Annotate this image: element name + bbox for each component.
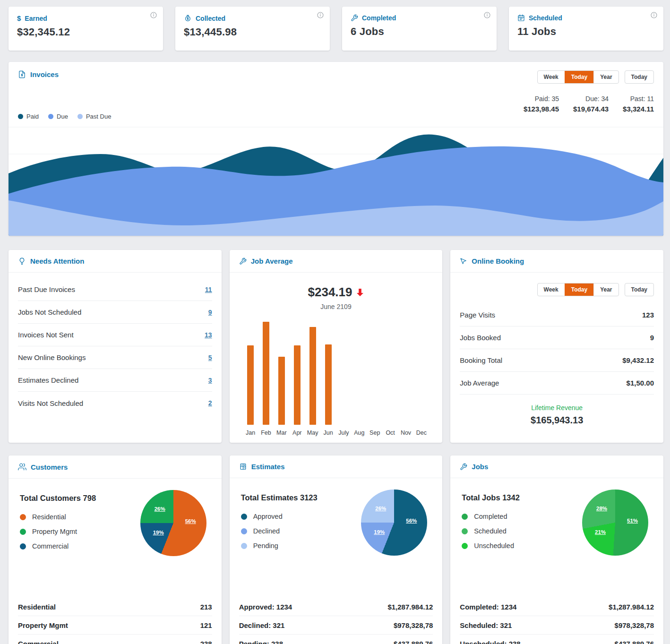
jobs-total: Total Jobs 1342: [462, 493, 582, 502]
online-booking-card: Online Booking Week Today Year Today Pag…: [450, 250, 663, 443]
declined-dot: [241, 528, 247, 534]
jobs-pie-chart: 51% 21% 28%: [582, 489, 648, 556]
calculator-icon: [239, 463, 247, 471]
invoice-icon: [18, 70, 26, 78]
today-button[interactable]: Today: [625, 283, 654, 296]
approved-dot: [241, 514, 247, 520]
table-row: Unscheduled: 238 $437,889.76: [460, 635, 654, 644]
bar-slot-oct: Oct: [383, 322, 398, 436]
estimates-total: Total Estimates 3123: [241, 493, 361, 502]
trend-down-icon: [356, 288, 364, 297]
list-item: New Online Bookings 5: [18, 346, 212, 369]
scheduled-dot: [462, 528, 468, 534]
bar-month-label: Oct: [383, 429, 398, 436]
wrench-icon: [460, 463, 467, 471]
today-button[interactable]: Today: [625, 70, 654, 84]
info-icon[interactable]: [150, 11, 157, 19]
count-link[interactable]: 2: [208, 399, 212, 407]
info-icon[interactable]: [650, 11, 658, 19]
dollar-icon: $: [17, 14, 21, 22]
pie-label: 56%: [185, 518, 196, 524]
booking-row: Job Average $1,50.00: [460, 372, 654, 395]
stat-label: Completed: [362, 14, 396, 22]
bar: [263, 322, 269, 425]
toggle-week[interactable]: Week: [538, 283, 565, 296]
list-item: Invoices Not Sent 13: [18, 324, 212, 346]
commercial-dot: [20, 543, 26, 550]
table-row: Scheduled: 321 $978,328,78: [460, 616, 654, 635]
bar-month-label: Nov: [398, 429, 414, 436]
bar: [247, 345, 254, 425]
count-link[interactable]: 11: [205, 286, 212, 293]
cursor-icon: [460, 258, 467, 265]
bar-month-label: Jun: [320, 429, 336, 436]
stat-value: $32,345.12: [17, 26, 155, 38]
legend-pending: Pending: [241, 542, 361, 550]
count-link[interactable]: 9: [208, 309, 212, 316]
customers-table: Residential 213 Property Mgmt 121 Commer…: [18, 585, 212, 644]
table-row: Property Mgmt 121: [18, 616, 212, 635]
toggle-year[interactable]: Year: [593, 71, 618, 83]
job-average-card: Job Average $234.19 June 2109 JanFebMarA…: [230, 250, 443, 443]
table-row: Pending: 238 $437,889.76: [239, 635, 433, 644]
table-row: Declined: 321 $978,328,78: [239, 616, 433, 635]
needs-attention-card: Needs Attention Past Due Invoices 11 Job…: [9, 250, 222, 443]
pie-label: 19%: [153, 530, 164, 535]
legend-completed: Completed: [462, 513, 582, 520]
bar-month-label: May: [305, 429, 320, 436]
estimates-pie-chart: 56% 19% 26%: [361, 489, 427, 556]
stat-value: 11 Jobs: [517, 26, 655, 38]
bar-month-label: July: [336, 429, 352, 436]
bar-slot-aug: Aug: [352, 322, 367, 436]
legend-declined: Declined: [241, 527, 361, 535]
pie-label: 21%: [595, 529, 606, 535]
online-booking-range-toggles: Week Today Year Today: [460, 283, 654, 296]
list-item: Visits Not Scheduled 2: [18, 392, 212, 414]
count-link[interactable]: 5: [208, 354, 212, 361]
stat-label: Scheduled: [529, 14, 562, 22]
invoices-title: Invoices: [30, 70, 59, 78]
job-average-amount: $234.19: [308, 285, 352, 300]
stat-value: 6 Jobs: [351, 26, 488, 38]
invoices-summary: Paid: 35 $123,98.45 Due: 34 $19,674.43 P…: [524, 95, 654, 113]
toggle-today[interactable]: Today: [565, 71, 593, 83]
legend-due: Due: [48, 113, 68, 120]
list-item: Estimates Declined 3: [18, 369, 212, 392]
jobs-table: Completed: 1234 $1,287.984.12 Scheduled:…: [460, 585, 654, 644]
pie-label: 19%: [374, 529, 385, 535]
pie: [582, 489, 648, 556]
paid-dot: [18, 114, 23, 119]
bar-month-label: Jan: [243, 429, 258, 436]
list-item: Past Due Invoices 11: [18, 278, 212, 301]
estimates-table: Approved: 1234 $1,287.984.12 Declined: 3…: [239, 585, 433, 644]
pie-label: 56%: [406, 518, 417, 524]
toggle-year[interactable]: Year: [593, 283, 618, 296]
bar-month-label: Apr: [289, 429, 305, 436]
bar-slot-sep: Sep: [367, 322, 383, 436]
info-icon[interactable]: [483, 11, 491, 19]
legend-commercial: Commercial: [20, 542, 140, 550]
online-booking-title: Online Booking: [472, 257, 524, 265]
invoices-past-stat: Past: 11 $3,324.11: [623, 95, 654, 113]
table-row: Completed: 1234 $1,287.984.12: [460, 598, 654, 616]
bar: [325, 344, 332, 425]
moneybag-icon: [184, 14, 192, 22]
toggle-today[interactable]: Today: [565, 283, 593, 296]
legend-scheduled: Scheduled: [462, 527, 582, 535]
property-mgmt-dot: [20, 529, 26, 535]
invoices-due-stat: Due: 34 $19,674.43: [573, 95, 609, 113]
bar: [278, 357, 285, 425]
bar: [294, 345, 301, 425]
bar-slot-apr: Apr: [289, 322, 305, 436]
invoices-paid-stat: Paid: 35 $123,98.45: [524, 95, 559, 113]
toggle-week[interactable]: Week: [538, 71, 565, 83]
dashboard-page: $ Earned $32,345.12 Collected $13,445.98: [0, 0, 670, 644]
bar-month-label: Sep: [367, 429, 383, 436]
count-link[interactable]: 3: [208, 377, 212, 384]
invoices-area-chart: [9, 125, 663, 236]
due-dot: [48, 114, 53, 119]
count-link[interactable]: 13: [205, 331, 212, 339]
stat-value: $13,445.98: [184, 26, 321, 38]
stat-label: Collected: [196, 15, 225, 22]
info-icon[interactable]: [317, 11, 324, 19]
